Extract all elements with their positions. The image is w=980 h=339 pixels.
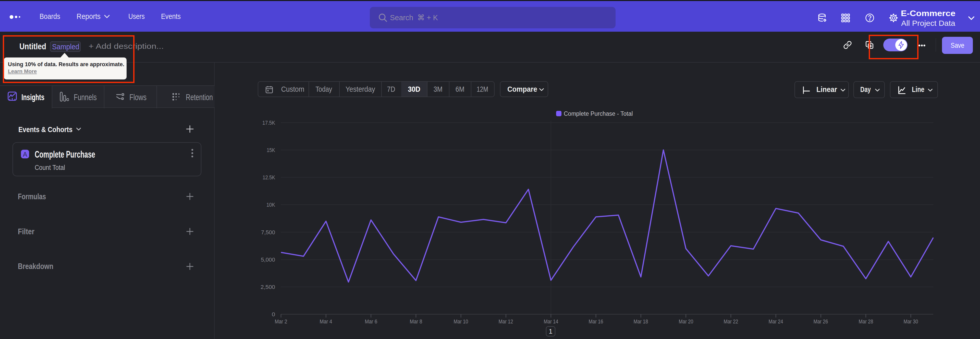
svg-text:2,500: 2,500 [261, 284, 275, 290]
svg-text:Mar 14: Mar 14 [544, 318, 558, 325]
svg-text:Mar 12: Mar 12 [499, 318, 513, 325]
svg-text:Mar 30: Mar 30 [904, 318, 918, 325]
svg-text:Mar 24: Mar 24 [769, 318, 783, 325]
svg-text:Mar 18: Mar 18 [634, 318, 648, 325]
svg-text:5,000: 5,000 [261, 256, 275, 263]
svg-text:15K: 15K [267, 147, 275, 153]
svg-text:17.5K: 17.5K [262, 120, 275, 126]
svg-text:Mar 10: Mar 10 [454, 318, 468, 325]
svg-text:Mar 20: Mar 20 [679, 318, 694, 325]
svg-text:Mar 2: Mar 2 [275, 318, 287, 325]
svg-text:Mar 22: Mar 22 [724, 318, 738, 325]
svg-text:Mar 8: Mar 8 [410, 318, 422, 325]
svg-text:Mar 26: Mar 26 [814, 318, 828, 325]
svg-text:7,500: 7,500 [261, 229, 275, 235]
svg-text:0: 0 [272, 311, 275, 318]
svg-text:Mar 28: Mar 28 [859, 318, 873, 325]
svg-text:Mar 16: Mar 16 [589, 318, 603, 325]
svg-text:Mar 6: Mar 6 [365, 318, 377, 325]
svg-text:10K: 10K [266, 201, 275, 208]
svg-text:12.5K: 12.5K [262, 174, 275, 181]
svg-text:Mar 4: Mar 4 [320, 318, 332, 325]
